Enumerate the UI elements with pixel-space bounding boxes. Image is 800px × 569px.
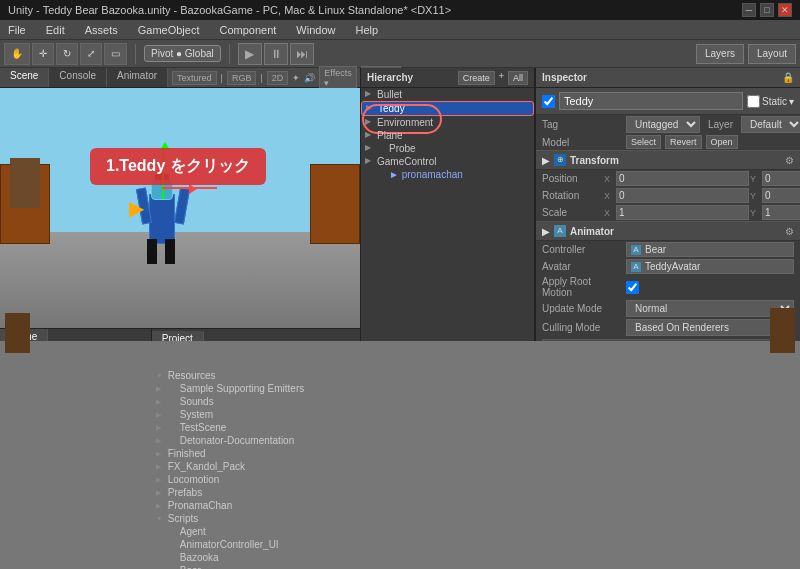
inspector-lock-icon[interactable]: 🔒: [782, 72, 794, 83]
scene-3d: ▶: [0, 88, 360, 328]
tree-system[interactable]: System: [152, 408, 360, 421]
pos-y-input[interactable]: [762, 171, 800, 186]
static-checkbox[interactable]: [747, 95, 760, 108]
h-item-plane[interactable]: Plane: [361, 129, 534, 142]
window-controls[interactable]: ─ □ ✕: [742, 3, 792, 17]
separator-1: [135, 44, 136, 64]
char-torso: [149, 194, 175, 244]
model-row: Model Select Revert Open: [536, 134, 800, 150]
play-button[interactable]: ▶: [238, 43, 262, 65]
inspector-title: Inspector: [542, 72, 587, 83]
effects-btn[interactable]: Effects ▾: [319, 66, 356, 90]
maximize-button[interactable]: □: [760, 3, 774, 17]
rotate-tool[interactable]: ↻: [56, 43, 78, 65]
rgb-btn[interactable]: RGB: [227, 71, 257, 85]
scene-view[interactable]: ▶ 1.Teddy をクリック: [0, 88, 360, 328]
project-tree: Resources Sample Supporting Emitters Sou…: [152, 369, 360, 569]
tree-resources[interactable]: Resources: [152, 369, 360, 382]
tool-buttons: ✋ ✛ ↻ ⤢ ▭: [4, 43, 127, 65]
animator-header[interactable]: ▶ A Animator ⚙: [536, 221, 800, 241]
step-button[interactable]: ⏭: [290, 43, 314, 65]
select-btn[interactable]: Select: [626, 135, 661, 149]
tree-locomotion[interactable]: Locomotion: [152, 473, 360, 486]
revert-btn[interactable]: Revert: [665, 135, 702, 149]
minimize-button[interactable]: ─: [742, 3, 756, 17]
menu-assets[interactable]: Assets: [81, 22, 122, 38]
scale-tool[interactable]: ⤢: [80, 43, 102, 65]
scale-x-input[interactable]: [616, 205, 749, 220]
pos-x: X: [604, 171, 749, 186]
tree-detonator-doc[interactable]: Detonator-Documentation: [152, 434, 360, 447]
menu-file[interactable]: File: [4, 22, 30, 38]
menu-gameobject[interactable]: GameObject: [134, 22, 204, 38]
close-button[interactable]: ✕: [778, 3, 792, 17]
move-tool[interactable]: ✛: [32, 43, 54, 65]
tree-scripts[interactable]: Scripts: [152, 512, 360, 525]
tab-animator[interactable]: Animator: [107, 68, 168, 87]
main-content: Scene Console Animator Textured | RGB | …: [0, 68, 800, 569]
rect-tool[interactable]: ▭: [104, 43, 127, 65]
tree-fx-kandol[interactable]: FX_Kandol_Pack: [152, 460, 360, 473]
left-panels: Scene Console Animator Textured | RGB | …: [0, 68, 360, 569]
menu-window[interactable]: Window: [292, 22, 339, 38]
open-btn[interactable]: Open: [706, 135, 738, 149]
scale-fields: X Y Z: [604, 205, 800, 220]
textured-btn[interactable]: Textured: [172, 71, 217, 85]
scale-y-input[interactable]: [762, 205, 800, 220]
play-overlay: ▶: [129, 196, 144, 220]
pivot-toggle[interactable]: Pivot ● Global: [144, 45, 221, 62]
animator-icon: A: [554, 225, 566, 237]
game-obj1: [5, 313, 30, 353]
tree-testscene[interactable]: TestScene: [152, 421, 360, 434]
axis-x-arrow: [189, 184, 197, 194]
tree-agent[interactable]: Agent: [152, 525, 360, 538]
pause-button[interactable]: ⏸: [264, 43, 288, 65]
menu-help[interactable]: Help: [351, 22, 382, 38]
transform-header[interactable]: ▶ ⊕ Transform ⚙: [536, 150, 800, 170]
tree-prefabs[interactable]: Prefabs: [152, 486, 360, 499]
apply-root-motion-row: Apply Root Motion: [536, 275, 800, 299]
avatar-icon: A: [631, 262, 641, 272]
tree-finished[interactable]: Finished: [152, 447, 360, 460]
layout-dropdown[interactable]: Layout: [748, 44, 796, 64]
hierarchy-create-btn[interactable]: Create: [458, 71, 495, 85]
layers-dropdown[interactable]: Layers: [696, 44, 744, 64]
play-controls: ▶ ⏸ ⏭: [238, 43, 314, 65]
tag-dropdown[interactable]: Untagged: [626, 116, 700, 133]
controller-row: Controller A Bear: [536, 241, 800, 258]
controller-icon: A: [631, 245, 641, 255]
menu-edit[interactable]: Edit: [42, 22, 69, 38]
layer-dropdown[interactable]: Default: [741, 116, 800, 133]
pos-y: Y: [750, 171, 800, 186]
menu-component[interactable]: Component: [215, 22, 280, 38]
bottom-panels: Game Free Aspect Maximize on Play Stats …: [0, 328, 360, 569]
hierarchy-all-btn[interactable]: All: [508, 71, 528, 85]
object-name-field[interactable]: [559, 92, 743, 110]
tree-sounds[interactable]: Sounds: [152, 395, 360, 408]
h-item-environment[interactable]: Environment: [361, 116, 534, 129]
h-item-teddy[interactable]: Teddy: [361, 101, 534, 116]
hand-tool[interactable]: ✋: [4, 43, 30, 65]
h-item-gamecontrol[interactable]: GameControl: [361, 155, 534, 168]
culling-mode-dropdown[interactable]: Based On Renderers: [626, 319, 794, 336]
h-item-bullet[interactable]: Bullet: [361, 88, 534, 101]
rot-y-input[interactable]: [762, 188, 800, 203]
apply-root-motion-checkbox[interactable]: [626, 281, 639, 294]
rotation-row: Rotation X Y Z: [536, 187, 800, 204]
tab-console[interactable]: Console: [49, 68, 107, 87]
active-checkbox[interactable]: [542, 95, 555, 108]
tree-bazooka[interactable]: Bazooka: [152, 551, 360, 564]
tree-pronamachan[interactable]: PronamaChan: [152, 499, 360, 512]
h-item-pronamachan[interactable]: ► pronamachan: [361, 168, 534, 181]
position-fields: X Y Z: [604, 171, 800, 186]
tree-sample-emitters[interactable]: Sample Supporting Emitters: [152, 382, 360, 395]
2d-btn[interactable]: 2D: [267, 71, 289, 85]
tab-scene[interactable]: Scene: [0, 68, 49, 87]
tree-bear[interactable]: Bear: [152, 564, 360, 569]
rot-x-input[interactable]: [616, 188, 749, 203]
h-item-probe[interactable]: Probe: [361, 142, 534, 155]
tree-animator-ui[interactable]: AnimatorController_UI: [152, 538, 360, 551]
annotation-step1: 1.Teddy をクリック: [90, 148, 266, 185]
pos-x-input[interactable]: [616, 171, 749, 186]
update-mode-dropdown[interactable]: Normal: [626, 300, 794, 317]
